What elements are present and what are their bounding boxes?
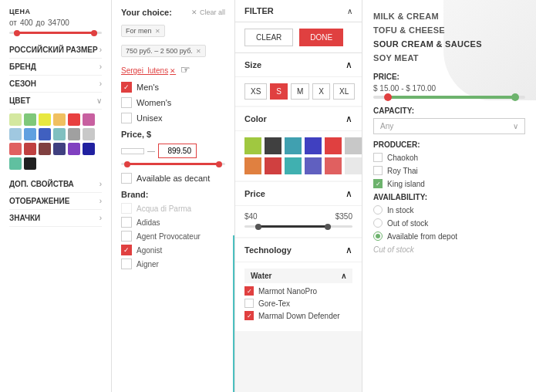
womens-checkbox[interactable] bbox=[121, 97, 132, 108]
color-swatch[interactable] bbox=[24, 113, 36, 126]
color-swatch[interactable] bbox=[83, 143, 95, 155]
color-swatch3[interactable] bbox=[305, 157, 322, 174]
color-swatch3[interactable] bbox=[244, 157, 261, 174]
color-swatch[interactable] bbox=[9, 157, 22, 170]
price-section-header3[interactable]: Price ∧ bbox=[235, 182, 362, 206]
clear-button[interactable]: CLEAR bbox=[244, 29, 293, 46]
color-swatch3[interactable] bbox=[265, 137, 281, 154]
price-slider3-left[interactable] bbox=[255, 224, 261, 230]
decant-checkbox-item[interactable]: Available as decant bbox=[121, 173, 225, 184]
size-xs[interactable]: XS bbox=[244, 83, 267, 100]
marmot-nanopro-item[interactable]: ✓ Marmot NanoPro bbox=[244, 286, 352, 296]
brand-item-acqua[interactable]: Acqua di Parma bbox=[121, 203, 225, 214]
aigner-checkbox[interactable] bbox=[121, 259, 132, 269]
color-swatch[interactable] bbox=[53, 128, 66, 140]
price-slider3-right[interactable] bbox=[325, 224, 331, 230]
brand-item-adidas[interactable]: Adidas bbox=[121, 217, 225, 228]
size-x[interactable]: X bbox=[312, 83, 330, 100]
womens-checkbox-item[interactable]: Women's bbox=[121, 97, 225, 108]
color-swatch[interactable] bbox=[53, 143, 66, 155]
color-swatch[interactable] bbox=[24, 157, 36, 170]
color-swatch[interactable] bbox=[68, 143, 80, 155]
display-filter[interactable]: ОТОБРАЖЕНИЕ › bbox=[9, 193, 102, 210]
color-swatch[interactable] bbox=[9, 128, 22, 140]
size-xl[interactable]: XL bbox=[333, 83, 355, 100]
capacity-select[interactable]: Any ∨ bbox=[373, 118, 525, 134]
color-filter[interactable]: ЦВЕТ ∨ bbox=[9, 93, 102, 110]
color-swatch3[interactable] bbox=[345, 157, 362, 174]
price-slider2-right[interactable] bbox=[216, 161, 222, 167]
badges-filter[interactable]: ЗНАЧКИ › bbox=[9, 210, 102, 227]
size-section-header[interactable]: Size ∧ bbox=[235, 53, 362, 77]
color-section-header[interactable]: Color ∧ bbox=[235, 107, 362, 131]
available-from-depot-item[interactable]: Available from depot bbox=[373, 231, 525, 241]
marmal-down-item[interactable]: ✓ Marmal Down Defender bbox=[244, 311, 352, 320]
color-swatch[interactable] bbox=[24, 128, 36, 140]
brand-item-agonist[interactable]: ✓ Agonist bbox=[121, 245, 225, 255]
price-slider-right-thumb[interactable] bbox=[91, 30, 97, 36]
adidas-checkbox[interactable] bbox=[121, 217, 132, 228]
color-swatch3[interactable] bbox=[285, 137, 302, 154]
price-range-tag[interactable]: 750 руб. – 2 500 руб. ✕ bbox=[121, 45, 206, 57]
for-men-tag[interactable]: For men ✕ bbox=[121, 25, 165, 37]
roy-thai-item[interactable]: Roy Thai bbox=[373, 166, 525, 175]
in-stock-radio[interactable] bbox=[373, 205, 383, 215]
price-slider4-left[interactable] bbox=[384, 93, 392, 101]
color-swatch[interactable] bbox=[83, 128, 95, 140]
color-swatch[interactable] bbox=[24, 143, 36, 155]
category-milk-cream[interactable]: MILK & CREAM bbox=[373, 9, 525, 23]
water-header[interactable]: Water ∧ bbox=[244, 269, 352, 283]
decant-checkbox[interactable] bbox=[121, 173, 132, 184]
acqua-checkbox[interactable] bbox=[121, 203, 132, 214]
color-swatch[interactable] bbox=[39, 143, 51, 155]
goretex-item[interactable]: Gore-Tex bbox=[244, 299, 352, 308]
price-slider4[interactable] bbox=[373, 96, 525, 99]
depot-radio[interactable] bbox=[373, 231, 383, 241]
season-filter[interactable]: СЕЗОН › bbox=[9, 76, 102, 93]
remove-price-tag-icon[interactable]: ✕ bbox=[196, 48, 201, 55]
marmot-nanopro-checkbox[interactable]: ✓ bbox=[244, 286, 254, 296]
agonist-checkbox[interactable]: ✓ bbox=[121, 245, 132, 255]
mens-checkbox-item[interactable]: ✓ Men's bbox=[121, 82, 225, 93]
price-slider3[interactable] bbox=[244, 225, 352, 228]
chaokoh-checkbox[interactable] bbox=[373, 153, 383, 162]
color-swatch[interactable] bbox=[83, 113, 95, 126]
size-s[interactable]: S bbox=[270, 83, 288, 100]
category-soy-meat[interactable]: SOY MEAT bbox=[373, 51, 525, 65]
price-slider-left-thumb[interactable] bbox=[14, 30, 20, 36]
color-swatch[interactable] bbox=[39, 113, 51, 126]
sergei-lutens-tag[interactable]: Sergei_lutens ✕ bbox=[121, 66, 176, 75]
brand-item-agent[interactable]: Agent Provocateur bbox=[121, 231, 225, 242]
unisex-checkbox[interactable] bbox=[121, 113, 132, 123]
category-sour-cream[interactable]: SOUR CREAM & SAUCES bbox=[373, 37, 525, 51]
marmal-down-checkbox[interactable]: ✓ bbox=[244, 311, 254, 320]
prop-filter[interactable]: ДОП. СВОЙСТВА › bbox=[9, 176, 102, 193]
price-to-box[interactable]: 899.50 bbox=[158, 144, 197, 158]
color-swatch[interactable] bbox=[9, 143, 22, 155]
color-swatch[interactable] bbox=[9, 113, 22, 126]
color-swatch3[interactable] bbox=[325, 157, 342, 174]
chaokoh-item[interactable]: Chaokoh bbox=[373, 153, 525, 162]
color-swatch3[interactable] bbox=[345, 137, 362, 154]
technology-section-header[interactable]: Technology ∧ bbox=[235, 238, 362, 262]
goretex-checkbox[interactable] bbox=[244, 299, 254, 308]
color-swatch[interactable] bbox=[39, 128, 51, 140]
out-of-stock-radio[interactable] bbox=[373, 218, 383, 228]
color-swatch3[interactable] bbox=[265, 157, 281, 174]
in-stock-item[interactable]: In stock bbox=[373, 205, 525, 215]
mens-checkbox[interactable]: ✓ bbox=[121, 82, 132, 93]
russian-size-filter[interactable]: РОССИЙСКИЙ РАЗМЕР › bbox=[9, 42, 102, 59]
color-swatch3[interactable] bbox=[325, 137, 342, 154]
brand-item-aigner[interactable]: Aigner bbox=[121, 259, 225, 269]
brand-filter[interactable]: БРЕНД › bbox=[9, 59, 102, 76]
category-tofu-cheese[interactable]: TOFU & CHEESE bbox=[373, 23, 525, 37]
unisex-checkbox-item[interactable]: Unisex bbox=[121, 113, 225, 123]
color-swatch3[interactable] bbox=[305, 137, 322, 154]
color-swatch[interactable] bbox=[53, 113, 66, 126]
remove-sergei-icon[interactable]: ✕ bbox=[170, 67, 176, 75]
king-island-item[interactable]: ✓ King island bbox=[373, 179, 525, 188]
out-of-stock-item[interactable]: Out of stock bbox=[373, 218, 525, 228]
price-from-box[interactable] bbox=[121, 148, 144, 154]
color-swatch[interactable] bbox=[68, 113, 80, 126]
remove-tag-icon[interactable]: ✕ bbox=[155, 28, 160, 35]
